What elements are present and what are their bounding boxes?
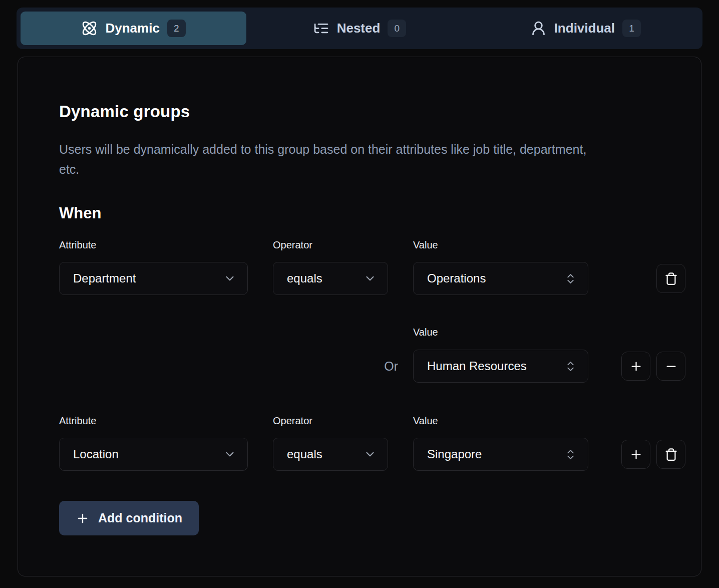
plus-icon: [629, 448, 643, 461]
condition-row-1: Department equals Operations: [59, 262, 660, 295]
attribute-select-1-value: Department: [73, 271, 136, 285]
chevrons-up-down-icon: [564, 448, 577, 461]
tab-individual-label: Individual: [554, 21, 615, 36]
chevrons-up-down-icon: [564, 360, 577, 373]
add-value-button[interactable]: [621, 352, 650, 381]
or-row-actions: [621, 352, 685, 381]
value-select-1-or[interactable]: Human Resources: [413, 350, 588, 383]
attribute-label: Attribute: [59, 239, 248, 251]
value-label: Value: [413, 239, 588, 251]
condition-row-2: Location equals Singapore: [59, 438, 660, 471]
attribute-label: Attribute: [59, 415, 248, 427]
attribute-select-2[interactable]: Location: [59, 438, 248, 471]
remove-value-button[interactable]: [656, 352, 685, 381]
condition-1-actions: [621, 264, 685, 293]
delete-condition-2-button[interactable]: [656, 440, 685, 469]
when-heading: When: [59, 204, 660, 222]
atom-icon: [81, 20, 98, 37]
plus-icon: [629, 360, 643, 373]
tab-dynamic[interactable]: Dynamic 2: [21, 12, 246, 45]
chevrons-up-down-icon: [564, 272, 577, 285]
tab-dynamic-count-badge: 2: [167, 20, 186, 37]
user-icon: [530, 20, 547, 37]
condition-1-labels: Attribute Operator Value: [59, 239, 660, 251]
tab-individual-count-badge: 1: [622, 20, 641, 37]
operator-select-1[interactable]: equals: [273, 262, 388, 295]
tab-individual[interactable]: Individual 1: [473, 12, 698, 45]
chevron-down-icon: [223, 272, 236, 285]
or-value-row: Or Human Resources: [59, 350, 660, 383]
operator-label: Operator: [273, 239, 388, 251]
tab-nested-label: Nested: [337, 21, 381, 36]
tab-nested[interactable]: Nested 0: [246, 12, 472, 45]
group-type-tabs: Dynamic 2 Nested 0 Individual 1: [17, 8, 702, 49]
operator-select-1-value: equals: [287, 271, 322, 285]
value-select-1[interactable]: Operations: [413, 262, 588, 295]
page-title: Dynamic groups: [59, 103, 660, 121]
add-value-button-2[interactable]: [621, 440, 650, 469]
chevron-down-icon: [364, 272, 377, 285]
attribute-select-2-value: Location: [73, 447, 119, 461]
value-label: Value: [413, 415, 588, 427]
tab-nested-count-badge: 0: [388, 20, 406, 37]
value-select-1-or-value: Human Resources: [427, 359, 527, 373]
tab-dynamic-label: Dynamic: [105, 21, 159, 36]
trash-icon: [664, 272, 678, 285]
value-label: Value: [413, 326, 588, 338]
value-select-2[interactable]: Singapore: [413, 438, 588, 471]
value-select-1-value: Operations: [427, 271, 486, 285]
operator-label: Operator: [273, 415, 388, 427]
dynamic-groups-panel: Dynamic groups Users will be dynamically…: [18, 57, 701, 576]
list-tree-icon: [313, 20, 329, 37]
chevron-down-icon: [223, 448, 236, 461]
or-row-labels: Value: [59, 326, 660, 338]
operator-select-2[interactable]: equals: [273, 438, 388, 471]
chevron-down-icon: [364, 448, 377, 461]
condition-2-labels: Attribute Operator Value: [59, 415, 660, 427]
attribute-select-1[interactable]: Department: [59, 262, 248, 295]
minus-icon: [664, 360, 678, 373]
page-description: Users will be dynamically added to this …: [59, 139, 602, 179]
operator-select-2-value: equals: [287, 447, 322, 461]
add-condition-label: Add condition: [98, 511, 182, 525]
condition-2-actions: [621, 440, 685, 469]
or-connector-label: Or: [384, 359, 398, 374]
trash-icon: [664, 448, 678, 461]
value-select-2-value: Singapore: [427, 447, 482, 461]
plus-icon: [76, 511, 90, 525]
delete-condition-1-button[interactable]: [656, 264, 685, 293]
add-condition-button[interactable]: Add condition: [59, 501, 199, 535]
